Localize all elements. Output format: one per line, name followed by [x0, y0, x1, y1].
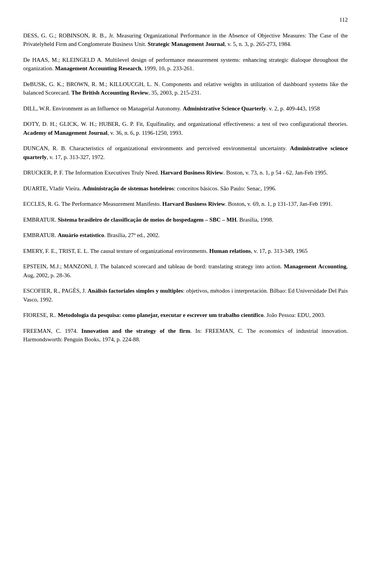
- references-container: DESS, G. G.; ROBINSON, R. B., Jr. Measur…: [23, 31, 348, 344]
- reference-freeman: FREEMAN, C. 1974. Innovation and the str…: [23, 327, 348, 344]
- reference-duncan: DUNCAN, R. B. Characteristics of organiz…: [23, 144, 348, 161]
- reference-fiorese: FIORESE, R.. Metodologia da pesquisa: co…: [23, 311, 348, 320]
- reference-duarte: DUARTE, Vladir Vieira. Administração de …: [23, 184, 348, 193]
- reference-emery: EMERY, F. E., TRIST, E. L. The causal te…: [23, 247, 348, 256]
- reference-drucker: DRUCKER, P. F. The Information Executive…: [23, 168, 348, 177]
- reference-embratur1: EMBRATUR. Sistema brasileiro de classifi…: [23, 215, 348, 224]
- reference-doty: DOTY, D. H.; GLICK, W. H.; HUBER, G. P. …: [23, 120, 348, 137]
- reference-epstein: EPSTEIN, M.J.; MANZONI, J. The balanced …: [23, 262, 348, 280]
- reference-dess: DESS, G. G.; ROBINSON, R. B., Jr. Measur…: [23, 31, 348, 49]
- reference-debusk: DeBUSK, G. K.; BROWN, R. M.; KILLOUCGH, …: [23, 80, 348, 97]
- page-number: 112: [23, 15, 348, 24]
- reference-dehaas: De HAAS, M.; KLEINGELD A. Multilevel des…: [23, 56, 348, 73]
- reference-embratur2: EMBRATUR. Anuário estatístico. Brasília,…: [23, 231, 348, 240]
- reference-eccles: ECCLES, R. G. The Performance Measuremen…: [23, 200, 348, 208]
- reference-dill: DILL, W.R. Environment as an Influence o…: [23, 104, 348, 113]
- reference-escofier: ESCOFIER, R., PAGÈS, J. Análisis factori…: [23, 286, 348, 304]
